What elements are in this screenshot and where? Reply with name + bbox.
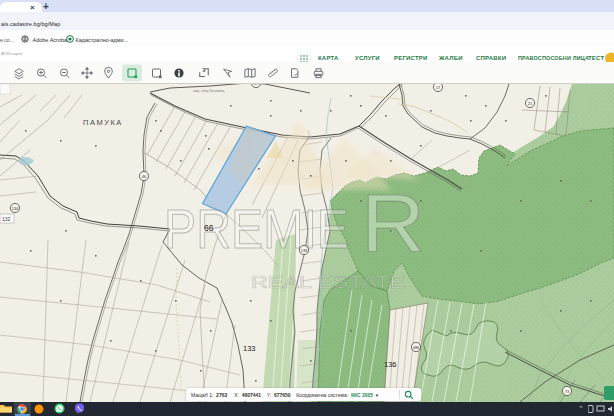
svg-text:ПАМУКА: ПАМУКА [83, 118, 123, 127]
svg-text:73: 73 [565, 389, 570, 394]
svg-text:136: 136 [384, 360, 397, 369]
svg-text:PREMIE: PREMIE [164, 198, 349, 260]
svg-text:REAL ESTATE: REAL ESTATE [251, 273, 405, 292]
svg-text:66: 66 [204, 223, 214, 233]
svg-text:133: 133 [301, 248, 308, 253]
svg-text:17: 17 [254, 84, 259, 86]
svg-text:17: 17 [436, 85, 441, 90]
svg-text:134: 134 [12, 206, 19, 211]
svg-text:46: 46 [142, 174, 147, 179]
svg-text:R: R [361, 177, 425, 268]
svg-text:133: 133 [243, 344, 256, 353]
svg-text:486: 486 [413, 345, 420, 350]
svg-text:132: 132 [2, 216, 11, 222]
svg-text:21: 21 [528, 101, 533, 106]
svg-text:яма, общ.Лясковец: яма, общ.Лясковец [193, 89, 224, 93]
